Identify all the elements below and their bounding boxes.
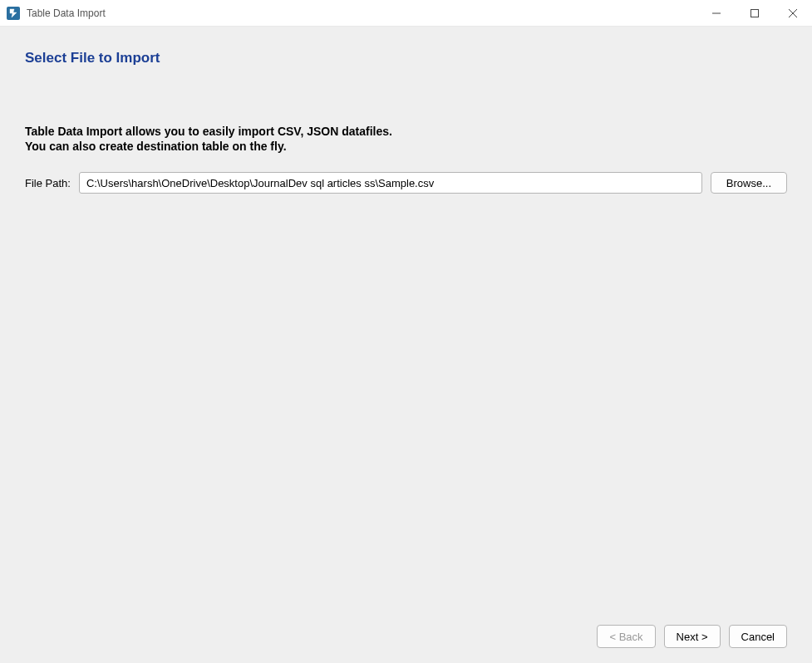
page-description: Table Data Import allows you to easily i… — [25, 125, 787, 154]
browse-button[interactable]: Browse... — [711, 172, 787, 194]
window-title: Table Data Import — [27, 7, 697, 19]
minimize-icon — [712, 9, 721, 17]
minimize-button[interactable] — [697, 0, 736, 26]
window-controls — [697, 0, 812, 26]
app-icon — [7, 7, 20, 20]
maximize-icon — [750, 9, 759, 17]
file-path-input[interactable] — [79, 172, 702, 194]
next-button[interactable]: Next > — [664, 625, 721, 648]
spacer — [25, 194, 787, 616]
back-button[interactable]: < Back — [597, 625, 655, 648]
description-line-2: You can also create destination table on… — [25, 140, 787, 155]
svg-rect-1 — [751, 9, 759, 17]
cancel-button[interactable]: Cancel — [729, 625, 787, 648]
footer-buttons: < Back Next > Cancel — [25, 616, 787, 648]
description-line-1: Table Data Import allows you to easily i… — [25, 125, 787, 140]
maximize-button[interactable] — [736, 0, 774, 26]
titlebar: Table Data Import — [0, 0, 812, 27]
window: Table Data Import Select File to Impor — [0, 0, 812, 663]
content-area: Select File to Import Table Data Import … — [0, 27, 812, 663]
page-title: Select File to Import — [25, 50, 787, 66]
close-icon — [789, 9, 797, 17]
close-button[interactable] — [774, 0, 812, 26]
file-path-label: File Path: — [25, 177, 71, 189]
file-path-row: File Path: Browse... — [25, 172, 787, 194]
